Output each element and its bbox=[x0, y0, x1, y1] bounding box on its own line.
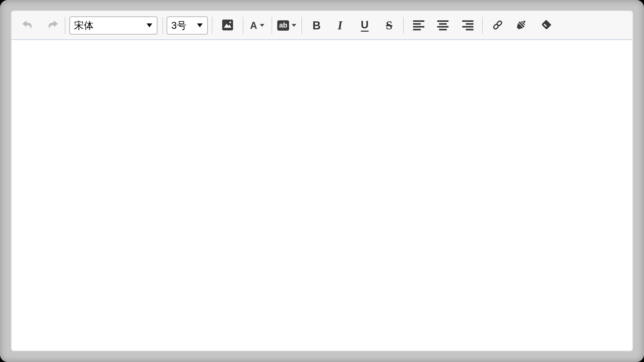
undo-icon bbox=[21, 18, 34, 32]
dropdown-arrow-icon bbox=[197, 23, 203, 27]
bold-button[interactable]: B bbox=[308, 17, 325, 34]
editor-toolbar: 宋体 3号 bbox=[12, 11, 632, 40]
rich-text-editor: 宋体 3号 bbox=[12, 11, 632, 350]
strikethrough-button[interactable]: S bbox=[381, 17, 397, 34]
undo-button[interactable] bbox=[19, 17, 35, 34]
font-size-select[interactable]: 3号 bbox=[167, 16, 208, 35]
align-center-icon bbox=[437, 20, 449, 30]
dropdown-arrow-icon bbox=[260, 24, 264, 27]
redo-icon bbox=[46, 18, 60, 32]
italic-icon: I bbox=[338, 20, 342, 31]
toolbar-separator bbox=[212, 17, 212, 34]
font-color-button[interactable]: A bbox=[247, 17, 267, 34]
dropdown-arrow-icon bbox=[292, 24, 296, 27]
font-size-value: 3号 bbox=[171, 21, 186, 30]
italic-button[interactable]: I bbox=[332, 17, 348, 34]
align-left-icon bbox=[413, 20, 424, 30]
toolbar-separator bbox=[301, 17, 302, 34]
align-center-button[interactable] bbox=[435, 17, 451, 34]
font-color-icon: A bbox=[250, 21, 257, 30]
toolbar-separator bbox=[65, 17, 65, 34]
highlight-color-icon: ab bbox=[277, 20, 289, 31]
editor-content[interactable] bbox=[12, 40, 632, 350]
font-family-select[interactable]: 宋体 bbox=[69, 16, 157, 35]
align-left-button[interactable] bbox=[410, 17, 427, 34]
toolbar-separator bbox=[482, 17, 483, 34]
bold-icon: B bbox=[312, 20, 321, 31]
toolbar-separator bbox=[163, 17, 163, 34]
format-painter-icon bbox=[515, 19, 527, 32]
redo-button[interactable] bbox=[45, 17, 61, 34]
insert-image-button[interactable] bbox=[219, 17, 236, 34]
insert-image-icon bbox=[222, 19, 234, 32]
highlight-color-button[interactable]: ab bbox=[276, 17, 298, 34]
format-painter-button[interactable] bbox=[513, 17, 529, 34]
align-right-icon bbox=[462, 20, 473, 30]
underline-button[interactable]: U bbox=[356, 17, 373, 34]
dropdown-arrow-icon bbox=[147, 23, 152, 27]
font-family-value: 宋体 bbox=[74, 21, 94, 30]
strikethrough-icon: S bbox=[386, 20, 392, 31]
toolbar-separator bbox=[272, 17, 272, 34]
eraser-button[interactable] bbox=[538, 17, 555, 34]
toolbar-separator bbox=[243, 17, 243, 34]
underline-icon: U bbox=[361, 19, 369, 32]
insert-link-button[interactable] bbox=[489, 17, 506, 34]
link-icon bbox=[491, 19, 504, 32]
eraser-icon bbox=[540, 19, 553, 32]
editor-window: 宋体 3号 bbox=[0, 0, 644, 362]
toolbar-separator bbox=[403, 17, 404, 34]
align-right-button[interactable] bbox=[460, 17, 476, 34]
